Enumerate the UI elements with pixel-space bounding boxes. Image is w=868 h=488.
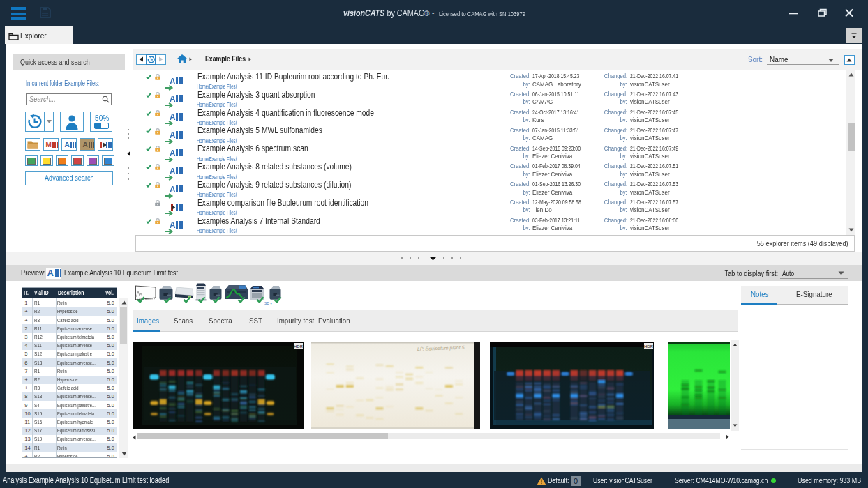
svg-text:HDR: HDR (644, 344, 654, 349)
svg-text:HDR: HDR (294, 344, 304, 349)
